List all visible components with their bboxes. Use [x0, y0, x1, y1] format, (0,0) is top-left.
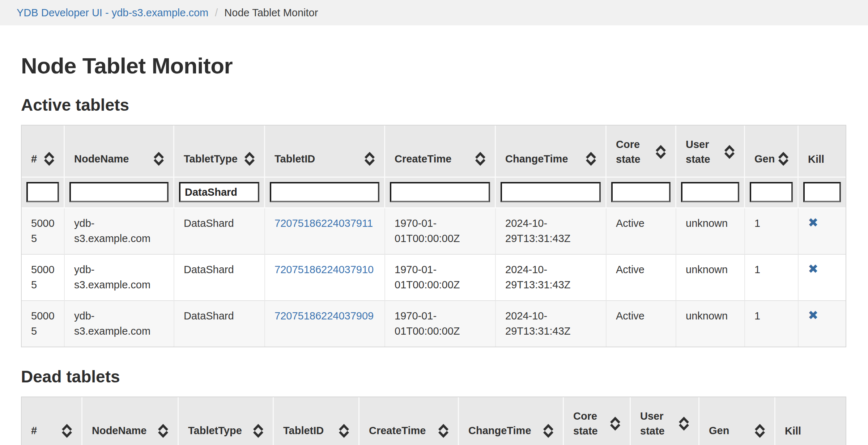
- tablet-id-link[interactable]: 72075186224037911: [275, 217, 373, 229]
- dead-tablets-section: Dead tablets #NodeNameTabletTypeTabletID…: [21, 367, 847, 445]
- cell-createtime: 1970-01-01T00:00:00Z: [385, 255, 496, 301]
- column-header-createtime[interactable]: CreateTime: [359, 397, 459, 445]
- filter-input-nodename[interactable]: [69, 182, 169, 202]
- tablet-id-link[interactable]: 72075186224037909: [275, 310, 374, 322]
- filter-input-kill[interactable]: [803, 182, 841, 202]
- dead-tablets-heading: Dead tablets: [21, 367, 847, 386]
- kill-icon[interactable]: ✖: [808, 309, 818, 322]
- cell-kill: ✖: [799, 301, 846, 347]
- filter-cell-tabletid: [265, 178, 385, 208]
- kill-icon[interactable]: ✖: [808, 262, 818, 276]
- column-header-user-state[interactable]: User state: [631, 397, 699, 445]
- sort-icon: [253, 423, 263, 438]
- column-label-tabletid: TabletID: [275, 152, 315, 166]
- cell-gen: 1: [745, 208, 799, 255]
- column-label-nodename: NodeName: [74, 152, 129, 166]
- column-header-num[interactable]: #: [22, 126, 65, 178]
- column-header-createtime[interactable]: CreateTime: [385, 126, 496, 178]
- page-title: Node Tablet Monitor: [21, 53, 847, 79]
- sort-icon: [679, 416, 689, 431]
- breadcrumb: YDB Developer UI - ydb-s3.example.com / …: [0, 0, 868, 25]
- cell-changetime: 2024-10-29T13:31:43Z: [496, 301, 607, 347]
- column-label-core-state: Core state: [573, 409, 598, 438]
- cell-tabletid: 72075186224037909: [265, 301, 385, 347]
- cell-tabletid: 72075186224037911: [265, 208, 385, 255]
- cell-num: 50005: [22, 255, 65, 301]
- sort-icon: [158, 423, 168, 438]
- cell-tabletid: 72075186224037910: [265, 255, 385, 301]
- filter-input-changetime[interactable]: [501, 182, 601, 202]
- active-tablets-section: Active tablets #NodeNameTabletTypeTablet…: [21, 95, 847, 347]
- column-label-core-state: Core state: [616, 137, 641, 166]
- column-header-nodename[interactable]: NodeName: [65, 126, 174, 178]
- page-content: Node Tablet Monitor Active tablets #Node…: [21, 53, 847, 445]
- filter-cell-tablettype: [174, 178, 265, 208]
- column-header-tablettype[interactable]: TabletType: [179, 397, 274, 445]
- column-label-kill: Kill: [808, 152, 824, 167]
- sort-icon: [755, 423, 765, 438]
- cell-user-state: unknown: [676, 255, 745, 301]
- sort-icon: [154, 151, 164, 166]
- table-row: 50005ydb-s3.example.comDataShard72075186…: [22, 255, 846, 301]
- cell-nodename: ydb-s3.example.com: [65, 208, 174, 255]
- filter-cell-core-state: [607, 178, 676, 208]
- cell-core-state: Active: [607, 208, 676, 255]
- cell-nodename: ydb-s3.example.com: [65, 301, 174, 347]
- sort-icon: [438, 423, 448, 438]
- column-header-nodename[interactable]: NodeName: [82, 397, 179, 445]
- column-label-num: #: [31, 152, 37, 166]
- column-header-tablettype[interactable]: TabletType: [174, 126, 265, 178]
- column-label-createtime: CreateTime: [369, 423, 426, 438]
- cell-num: 50005: [22, 208, 65, 255]
- filter-row: [22, 178, 846, 208]
- filter-input-num[interactable]: [26, 182, 59, 202]
- column-header-tabletid[interactable]: TabletID: [265, 126, 385, 178]
- cell-createtime: 1970-01-01T00:00:00Z: [385, 301, 496, 347]
- filter-cell-changetime: [496, 178, 607, 208]
- breadcrumb-root-link[interactable]: YDB Developer UI - ydb-s3.example.com: [17, 7, 208, 19]
- cell-core-state: Active: [607, 255, 676, 301]
- sort-icon: [543, 423, 553, 438]
- cell-changetime: 2024-10-29T13:31:43Z: [496, 255, 607, 301]
- column-label-gen: Gen: [754, 152, 775, 166]
- column-header-core-state[interactable]: Core state: [607, 126, 676, 178]
- column-header-changetime[interactable]: ChangeTime: [496, 126, 607, 178]
- tablet-id-link[interactable]: 72075186224037910: [275, 264, 374, 275]
- cell-user-state: unknown: [676, 208, 745, 255]
- filter-input-gen[interactable]: [750, 182, 793, 202]
- filter-input-core-state[interactable]: [611, 182, 671, 202]
- filter-cell-gen: [745, 178, 799, 208]
- header-row: #NodeNameTabletTypeTabletIDCreateTimeCha…: [22, 126, 846, 178]
- filter-cell-num: [22, 178, 65, 208]
- sort-icon: [244, 151, 255, 166]
- cell-tablettype: DataShard: [174, 255, 265, 301]
- column-header-kill: Kill: [775, 397, 846, 445]
- sort-icon: [610, 416, 620, 431]
- filter-cell-user-state: [676, 178, 745, 208]
- cell-kill: ✖: [799, 208, 846, 255]
- table-row: 50005ydb-s3.example.comDataShard72075186…: [22, 301, 846, 347]
- cell-tablettype: DataShard: [174, 301, 265, 347]
- filter-cell-kill: [799, 178, 846, 208]
- column-label-createtime: CreateTime: [395, 152, 451, 166]
- breadcrumb-separator: /: [215, 7, 218, 19]
- column-header-gen[interactable]: Gen: [699, 397, 775, 445]
- sort-icon: [724, 144, 735, 160]
- column-header-num[interactable]: #: [22, 397, 82, 445]
- column-header-changetime[interactable]: ChangeTime: [459, 397, 564, 445]
- column-header-gen[interactable]: Gen: [745, 126, 799, 178]
- active-tablets-table: #NodeNameTabletTypeTabletIDCreateTimeCha…: [21, 125, 846, 347]
- column-label-kill: Kill: [785, 424, 801, 438]
- filter-input-user-state[interactable]: [681, 182, 739, 202]
- column-header-tabletid[interactable]: TabletID: [274, 397, 359, 445]
- kill-icon[interactable]: ✖: [808, 216, 818, 229]
- column-header-kill: Kill: [799, 126, 846, 178]
- filter-input-createtime[interactable]: [390, 182, 490, 202]
- column-header-core-state[interactable]: Core state: [564, 397, 631, 445]
- column-header-user-state[interactable]: User state: [676, 126, 745, 178]
- filter-input-tablettype[interactable]: [179, 182, 259, 202]
- filter-input-tabletid[interactable]: [270, 182, 379, 202]
- column-label-user-state: User state: [640, 409, 665, 438]
- cell-core-state: Active: [607, 301, 676, 347]
- cell-user-state: unknown: [676, 301, 745, 347]
